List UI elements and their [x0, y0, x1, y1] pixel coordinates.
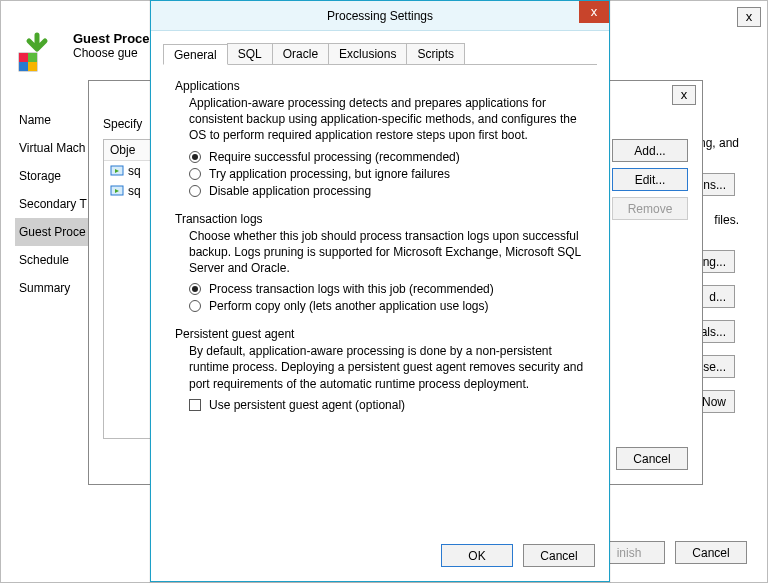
dialog-footer: OK Cancel — [441, 544, 595, 567]
tab-general[interactable]: General — [163, 44, 228, 65]
objects-buttons: Add... Edit... Remove — [612, 139, 688, 226]
tab-scripts[interactable]: Scripts — [406, 43, 465, 64]
processing-settings-dialog: Processing Settings x General SQL Oracle… — [150, 0, 610, 582]
close-button[interactable]: x — [672, 85, 696, 105]
radio-label: Require successful processing (recommend… — [209, 150, 460, 164]
tab-oracle[interactable]: Oracle — [272, 43, 329, 64]
edit-button[interactable]: Edit... — [612, 168, 688, 191]
radio-process-logs[interactable]: Process transaction logs with this job (… — [189, 282, 589, 296]
radio-require-success[interactable]: Require successful processing (recommend… — [189, 150, 589, 164]
section-persistent-agent: Persistent guest agent By default, appli… — [163, 327, 597, 412]
section-transaction-logs: Transaction logs Choose whether this job… — [163, 212, 597, 314]
radio-icon — [189, 168, 201, 180]
ok-button[interactable]: OK — [441, 544, 513, 567]
objects-footer: Cancel — [616, 447, 688, 470]
close-button[interactable]: x — [737, 7, 761, 27]
close-button[interactable]: x — [579, 1, 609, 23]
radio-label: Disable application processing — [209, 184, 371, 198]
cancel-button[interactable]: Cancel — [675, 541, 747, 564]
radio-label: Process transaction logs with this job (… — [209, 282, 494, 296]
section-applications: Applications Application-aware processin… — [163, 79, 597, 198]
radio-label: Try application processing, but ignore f… — [209, 167, 450, 181]
list-item-label: sq — [128, 184, 141, 198]
radio-icon — [189, 185, 201, 197]
tab-sql[interactable]: SQL — [227, 43, 273, 64]
dialog-titlebar[interactable]: Processing Settings x — [151, 1, 609, 31]
section-heading: Applications — [175, 79, 589, 93]
vm-icon — [110, 164, 124, 178]
tab-exclusions[interactable]: Exclusions — [328, 43, 407, 64]
dialog-body: General SQL Oracle Exclusions Scripts Ap… — [163, 43, 597, 531]
dialog-title: Processing Settings — [327, 9, 433, 23]
wizard-footer: inish Cancel — [593, 541, 747, 564]
checkbox-icon — [189, 399, 201, 411]
svg-rect-2 — [28, 53, 37, 62]
svg-rect-4 — [28, 62, 37, 71]
add-button[interactable]: Add... — [612, 139, 688, 162]
section-heading: Persistent guest agent — [175, 327, 589, 341]
radio-disable[interactable]: Disable application processing — [189, 184, 589, 198]
radio-icon — [189, 283, 201, 295]
radio-try-ignore[interactable]: Try application processing, but ignore f… — [189, 167, 589, 181]
section-description: Choose whether this job should process t… — [189, 228, 589, 277]
remove-button[interactable]: Remove — [612, 197, 688, 220]
svg-rect-1 — [19, 53, 28, 62]
radio-label: Perform copy only (lets another applicat… — [209, 299, 488, 313]
section-description: Application-aware processing detects and… — [189, 95, 589, 144]
objects-caption: Specify — [103, 117, 142, 131]
wizard-icon — [15, 31, 59, 75]
checkbox-label: Use persistent guest agent (optional) — [209, 398, 405, 412]
svg-rect-3 — [19, 62, 28, 71]
section-heading: Transaction logs — [175, 212, 589, 226]
radio-icon — [189, 151, 201, 163]
radio-copy-only[interactable]: Perform copy only (lets another applicat… — [189, 299, 589, 313]
radio-icon — [189, 300, 201, 312]
cancel-button[interactable]: Cancel — [616, 447, 688, 470]
list-item-label: sq — [128, 164, 141, 178]
checkbox-persistent-agent[interactable]: Use persistent guest agent (optional) — [189, 398, 589, 412]
vm-icon — [110, 184, 124, 198]
section-description: By default, application-aware processing… — [189, 343, 589, 392]
tab-strip: General SQL Oracle Exclusions Scripts — [163, 43, 597, 65]
cancel-button[interactable]: Cancel — [523, 544, 595, 567]
